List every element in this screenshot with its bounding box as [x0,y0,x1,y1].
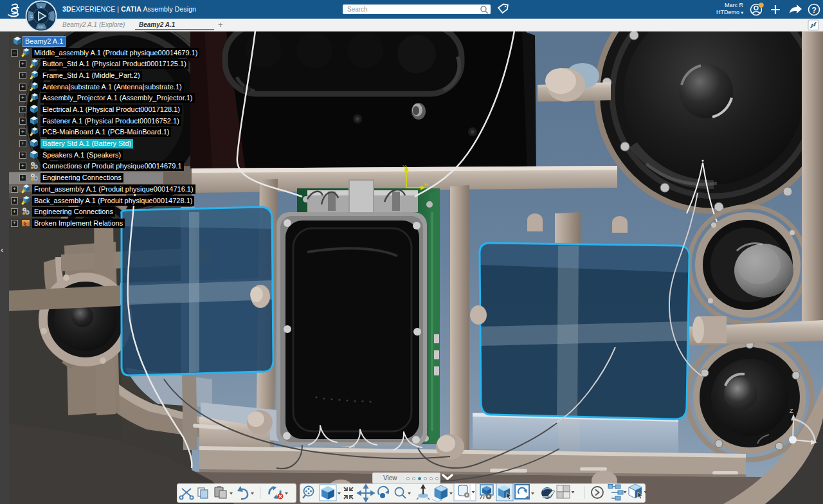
svg-text:▲: ▲ [40,5,42,8]
svg-text:?: ? [812,6,817,15]
svg-text:V.R: V.R [39,26,44,29]
svg-text:H: H [424,181,428,187]
svg-text:3D: 3D [30,15,35,19]
svg-text:Y: Y [402,164,406,170]
svg-text:Z: Z [790,408,793,414]
